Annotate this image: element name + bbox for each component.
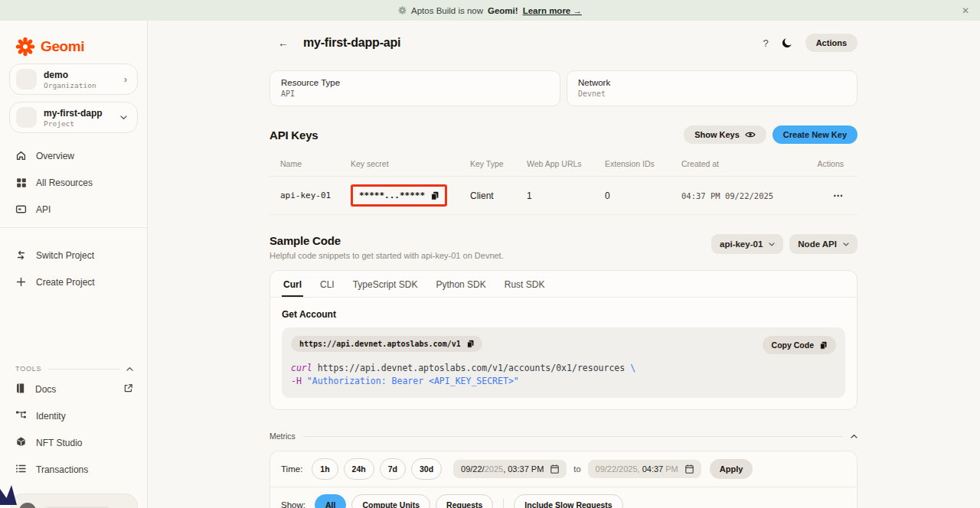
apply-button[interactable]: Apply	[710, 459, 753, 479]
endpoint-chip[interactable]: https://api.devnet.aptoslabs.com/v1	[291, 336, 482, 352]
date-from-input[interactable]: 09/22/2025, 03:37 PM	[453, 460, 567, 478]
show-label: Show:	[281, 500, 305, 508]
key-name-cell: api-key-01	[280, 190, 351, 200]
chevron-up-icon[interactable]	[126, 366, 133, 371]
switch-arrows-icon	[15, 249, 27, 261]
code-command: curl	[291, 363, 312, 373]
code-snippet: curl https://api.devnet.aptoslabs.com/v1…	[291, 362, 836, 387]
code-url: https://api.devnet.aptoslabs.com/v1/acco…	[312, 363, 630, 373]
api-keys-title: API Keys	[270, 129, 318, 142]
actions-button[interactable]: Actions	[805, 34, 858, 52]
identity-graph-icon	[15, 409, 27, 422]
sidebar-item-label: All Resources	[36, 177, 93, 188]
sidebar-item-api[interactable]: API	[0, 196, 147, 223]
sidebar-item-label: Overview	[36, 151, 74, 161]
date-seg: 2025	[485, 464, 503, 474]
extension-ids-cell: 0	[605, 190, 681, 201]
key-secret-cell-highlighted[interactable]: *****...*****	[351, 184, 447, 207]
help-button[interactable]: ?	[763, 37, 768, 49]
sidebar-item-overview[interactable]: Overview	[0, 142, 147, 169]
user-account-card[interactable]: ›	[11, 493, 138, 508]
snippet-title: Get Account	[270, 298, 857, 320]
metrics-controls-card: Time: 1h 24h 7d 30d 09/22/2025, 03:37 PM…	[270, 451, 858, 508]
filter-slow-requests-button[interactable]: Include Slow Requests	[514, 494, 622, 508]
metrics-rule-line	[303, 436, 843, 437]
tab-curl[interactable]: Curl	[282, 271, 303, 297]
date-seg: PM	[663, 464, 678, 474]
home-icon	[15, 150, 27, 161]
tab-python-sdk[interactable]: Python SDK	[434, 271, 487, 297]
sidebar-item-label: Transactions	[36, 464, 88, 475]
sidebar-item-create-project[interactable]: Create Project	[0, 269, 147, 295]
banner-brand: Geomi!	[488, 6, 518, 15]
date-seg: 09/22/	[461, 464, 485, 474]
sidebar-item-label: API	[36, 204, 51, 215]
banner-text: Aptos Build is now	[411, 6, 483, 15]
sample-code-card: Curl CLI TypeScript SDK Python SDK Rust …	[270, 270, 858, 410]
project-switcher[interactable]: my-first-dapp Project	[9, 102, 138, 133]
banner-close-icon[interactable]: ✕	[962, 0, 969, 21]
banner-learn-more-link[interactable]: Learn more →	[523, 6, 582, 15]
col-header-key-secret: Key secret	[351, 159, 470, 168]
resource-type-label: Resource Type	[281, 78, 549, 87]
key-select-dropdown[interactable]: api-key-01	[711, 234, 783, 254]
date-seg: 04:37	[642, 464, 664, 474]
tab-typescript-sdk[interactable]: TypeScript SDK	[351, 271, 420, 297]
org-name: demo	[44, 70, 96, 81]
filter-requests-button[interactable]: Requests	[436, 494, 493, 508]
list-icon	[15, 464, 27, 476]
announcement-banner: Aptos Build is now Geomi! Learn more → ✕	[0, 0, 980, 21]
date-to-input[interactable]: 09/22/2025, 04:37 PM	[588, 460, 701, 478]
resource-type-card: Resource Type API	[270, 70, 560, 106]
geomi-logo[interactable]: Geomi	[0, 21, 147, 57]
col-header-key-type: Key Type	[470, 159, 527, 168]
sidebar-item-all-resources[interactable]: All Resources	[0, 169, 147, 196]
time-label: Time:	[281, 464, 302, 474]
dark-mode-icon[interactable]	[782, 37, 792, 48]
copy-icon	[431, 191, 439, 200]
create-new-key-button[interactable]: Create New Key	[773, 125, 858, 144]
range-7d-button[interactable]: 7d	[380, 458, 406, 480]
back-arrow-icon[interactable]: ←	[278, 37, 289, 49]
sidebar-item-nft-studio[interactable]: NFT Studio	[0, 429, 147, 456]
geomi-logo-icon	[15, 37, 35, 57]
copy-code-button[interactable]: Copy Code	[763, 336, 836, 354]
copy-icon	[467, 340, 474, 348]
range-1h-button[interactable]: 1h	[312, 458, 338, 480]
sidebar-item-docs[interactable]: Docs	[0, 376, 147, 402]
project-avatar	[16, 107, 37, 128]
project-name: my-first-dapp	[44, 108, 103, 119]
sidebar-item-switch-project[interactable]: Switch Project	[0, 242, 147, 269]
sidebar-item-identity[interactable]: Identity	[0, 402, 147, 429]
filter-compute-units-button[interactable]: Compute Units	[351, 494, 430, 508]
metrics-section-title: Metrics	[270, 431, 296, 441]
org-avatar	[16, 69, 37, 90]
tools-header-label: TOOLS	[15, 365, 41, 373]
range-24h-button[interactable]: 24h	[344, 458, 374, 480]
api-select-dropdown[interactable]: Node API	[789, 234, 858, 254]
sidebar-item-label: Docs	[35, 384, 56, 395]
copy-icon	[820, 341, 827, 350]
range-30d-button[interactable]: 30d	[411, 458, 442, 480]
cube-icon	[15, 436, 27, 450]
copy-code-label: Copy Code	[772, 340, 814, 350]
chevron-down-icon	[120, 116, 127, 120]
user-avatar	[19, 503, 36, 508]
chevron-up-icon[interactable]	[851, 434, 858, 438]
col-header-name: Name	[280, 159, 351, 168]
sidebar-item-label: Create Project	[36, 277, 95, 288]
sidebar-item-transactions[interactable]: Transactions	[0, 456, 147, 483]
tab-cli[interactable]: CLI	[318, 271, 336, 297]
filter-all-button[interactable]: All	[315, 494, 346, 508]
project-type-label: Project	[44, 119, 103, 128]
tab-rust-sdk[interactable]: Rust SDK	[503, 271, 547, 297]
sample-code-title: Sample Code	[270, 234, 504, 247]
key-secret-masked: *****...*****	[359, 190, 425, 200]
show-keys-button[interactable]: Show Keys	[684, 125, 766, 144]
org-switcher[interactable]: demo Organization ›	[9, 64, 138, 95]
sidebar: Geomi demo Organization › my-first-dapp …	[0, 21, 148, 508]
row-actions-menu-icon[interactable]: ⋯	[815, 190, 858, 201]
to-label: to	[573, 464, 580, 474]
api-keys-table: Name Key secret Key Type Web App URLs Ex…	[270, 153, 858, 215]
chevron-down-icon	[769, 243, 775, 246]
